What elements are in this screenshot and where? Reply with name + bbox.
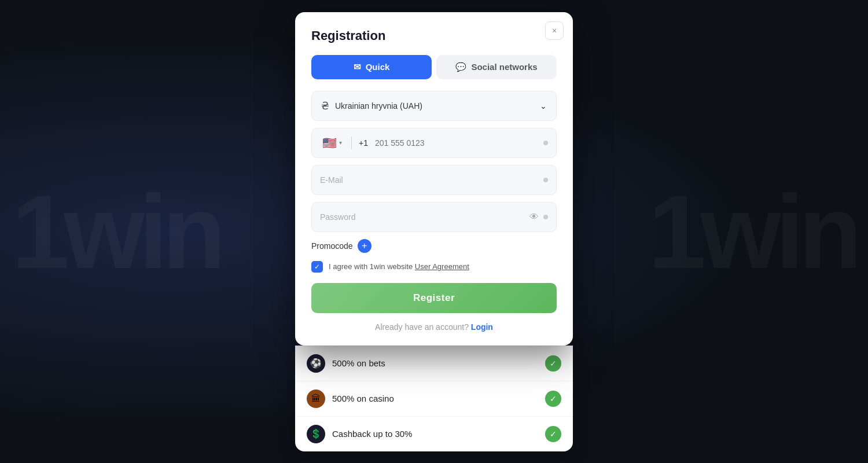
promocode-row: Promocode + [311,239,557,253]
register-button[interactable]: Register [311,283,557,313]
agreement-checkbox[interactable]: ✓ [311,261,323,273]
modal-wrapper: Registration × ✉ Quick 💬 Social networks… [295,12,573,451]
bonus-item-cashback: 💲 Cashback up to 30% ✓ [295,416,573,451]
modal-title: Registration [311,28,557,43]
login-prompt-text: Already have an account? [375,322,469,332]
casino-check-icon: ✓ [545,391,561,407]
tab-quick[interactable]: ✉ Quick [311,55,432,79]
email-required-dot [543,178,548,182]
phone-divider [351,137,352,149]
currency-value: Ukrainian hryvnia (UAH) [335,101,422,111]
bonus-bets-text: 500% on bets [332,358,385,368]
toggle-password-icon[interactable]: 👁 [529,212,539,222]
password-required-dot [543,215,548,219]
currency-left: ₴ Ukrainian hryvnia (UAH) [321,100,422,112]
soccer-ball-icon: ⚽ [307,354,325,373]
email-input[interactable] [320,175,539,185]
bonus-item-bets: ⚽ 500% on bets ✓ [295,346,573,381]
bets-check-icon: ✓ [545,355,561,372]
bonus-bets-left: ⚽ 500% on bets [307,354,385,373]
password-wrapper: 👁 [311,202,557,232]
flag-icon: 🇺🇸 [322,136,337,150]
password-input[interactable] [320,212,525,222]
bonus-panel: ⚽ 500% on bets ✓ 🏛 500% on casino ✓ 💲 Ca… [295,346,573,451]
flag-chevron-icon: ▾ [339,139,342,146]
tab-social-networks[interactable]: 💬 Social networks [436,55,557,79]
close-button[interactable]: × [545,21,564,40]
bubble-icon: 💬 [455,62,466,72]
bg-decoration-left: 1win [12,172,220,292]
promocode-label: Promocode [311,241,353,251]
agreement-text: I agree with 1win website User Agreement [329,262,469,271]
envelope-icon: ✉ [354,62,361,72]
currency-icon: ₴ [321,100,329,112]
add-promocode-button[interactable]: + [358,239,372,253]
bonus-item-casino: 🏛 500% on casino ✓ [295,381,573,416]
bg-decoration-right: 1win [648,172,856,292]
country-selector[interactable]: 🇺🇸 ▾ [320,134,344,152]
country-code: +1 [359,138,368,148]
currency-group: ₴ Ukrainian hryvnia (UAH) ⌄ [311,91,557,121]
bonus-cashback-text: Cashback up to 30% [332,429,412,439]
tab-row: ✉ Quick 💬 Social networks [311,55,557,79]
cashback-check-icon: ✓ [545,426,561,442]
chevron-down-icon: ⌄ [540,101,547,111]
user-agreement-link[interactable]: User Agreement [415,262,469,271]
password-group: 👁 [311,202,557,232]
bonus-casino-left: 🏛 500% on casino [307,389,394,408]
phone-required-dot [543,141,548,145]
email-wrapper [311,165,557,195]
login-link[interactable]: Login [471,322,493,332]
tab-quick-label: Quick [366,62,390,72]
bonus-cashback-left: 💲 Cashback up to 30% [307,425,412,443]
phone-input[interactable] [375,138,539,148]
login-row: Already have an account? Login [311,322,557,332]
tab-social-label: Social networks [471,62,537,72]
bonus-casino-text: 500% on casino [332,394,394,403]
email-group [311,165,557,195]
cashback-icon: 💲 [307,425,325,443]
casino-icon: 🏛 [307,389,325,408]
currency-select[interactable]: ₴ Ukrainian hryvnia (UAH) ⌄ [311,91,557,121]
phone-group: 🇺🇸 ▾ +1 [311,128,557,158]
registration-modal: Registration × ✉ Quick 💬 Social networks… [295,12,573,346]
phone-row: 🇺🇸 ▾ +1 [311,128,557,158]
agreement-row: ✓ I agree with 1win website User Agreeme… [311,261,557,273]
